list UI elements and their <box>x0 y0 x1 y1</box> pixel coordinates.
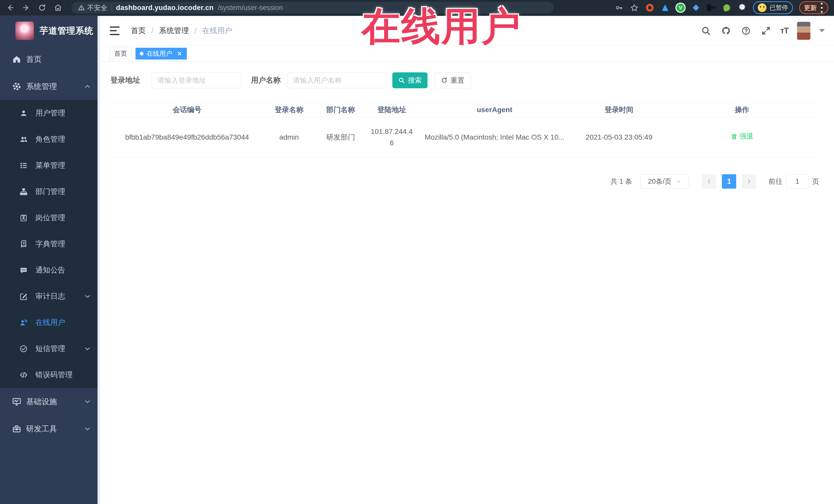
sidebar-item-menu-management[interactable]: 菜单管理 <box>0 152 100 179</box>
error-code-icon <box>19 370 28 379</box>
avatar[interactable] <box>797 22 810 40</box>
sidebar-toggle-icon[interactable] <box>110 26 120 35</box>
badge-icon <box>19 213 28 222</box>
sidebar-item-label: 研发工具 <box>26 424 57 434</box>
next-page-button[interactable] <box>742 174 756 189</box>
menu-list-icon <box>19 161 28 170</box>
reload-icon[interactable] <box>38 3 47 12</box>
tab-close-icon[interactable] <box>176 50 182 57</box>
sidebar-item-label: 通知公告 <box>36 265 65 275</box>
page-unit-label: 页 <box>812 177 819 186</box>
security-label: 不安全 <box>87 3 107 12</box>
key-icon[interactable] <box>614 3 623 12</box>
browser-update-button[interactable]: 更新 ••• <box>799 1 828 14</box>
extension-leaf-icon[interactable] <box>722 3 731 12</box>
sidebar-item-label: 在线用户 <box>36 317 65 328</box>
org-tree-icon <box>19 187 28 196</box>
page-number-1[interactable]: 1 <box>722 174 736 189</box>
sidebar-item-label: 字典管理 <box>36 239 65 249</box>
sidebar-item-label: 部门管理 <box>36 187 65 197</box>
sms-icon <box>19 344 28 353</box>
forward-icon[interactable] <box>22 3 31 12</box>
force-logout-button[interactable]: 强退 <box>731 131 753 142</box>
extensions-puzzle-icon[interactable] <box>738 3 747 12</box>
sidebar-item-post-management[interactable]: 岗位管理 <box>0 205 100 231</box>
sidebar-item-user-management[interactable]: 用户管理 <box>0 100 100 126</box>
sidebar-submenu-system: 用户管理 角色管理 菜单管理 部门管理 <box>0 100 100 388</box>
cell-user-agent: Mozilla/5.0 (Macintosh; Intel Mac OS X 1… <box>416 117 572 157</box>
extension-orange-icon[interactable] <box>645 3 654 12</box>
help-icon[interactable] <box>740 25 752 37</box>
extension-drop-icon[interactable] <box>660 3 670 12</box>
chevron-down-icon <box>676 179 681 184</box>
tab-online-users[interactable]: 在线用户 <box>135 48 187 60</box>
github-icon[interactable] <box>720 25 731 37</box>
search-button[interactable]: 搜索 <box>392 72 427 88</box>
profile-paused-badge[interactable]: 已暂停 <box>753 1 793 14</box>
page-size-select[interactable]: 20条/页 <box>640 174 689 189</box>
column-session-id: 会话编号 <box>110 103 264 117</box>
reset-button[interactable]: 重置 <box>435 72 470 88</box>
bookmark-star-icon[interactable] <box>630 3 639 12</box>
navbar-actions: ᴛT <box>700 22 825 40</box>
breadcrumb-separator: / <box>195 26 197 35</box>
session-table: 会话编号 登录名称 部门名称 登陆地址 userAgent 登录时间 操作 bf… <box>110 102 819 157</box>
sidebar-item-department-management[interactable]: 部门管理 <box>0 179 100 205</box>
sidebar-item-label: 菜单管理 <box>36 160 65 171</box>
security-warning-icon[interactable]: 不安全 <box>78 3 107 12</box>
column-login-address: 登陆地址 <box>367 103 416 117</box>
sidebar-item-system-management[interactable]: 系统管理 <box>0 73 100 100</box>
goto-page-input[interactable] <box>786 174 809 189</box>
profile-emoji-icon <box>758 3 767 12</box>
sidebar-item-label: 基础设施 <box>26 396 57 407</box>
gear-icon <box>11 81 22 92</box>
address-bar[interactable]: 不安全 dashboard.yudao.iocoder.cn/system/us… <box>71 2 554 14</box>
sidebar: 芋道管理系统 首页 系统管理 用户管理 <box>0 16 100 504</box>
prev-page-button[interactable] <box>702 174 716 189</box>
sidebar-item-online-users[interactable]: 在线用户 <box>0 309 100 336</box>
table-row: bfbb1ab79ba849e49fb26ddb56a73044 admin 研… <box>110 117 819 157</box>
sidebar-item-label: 角色管理 <box>36 134 65 145</box>
tab-active-dot <box>140 52 144 56</box>
home-icon <box>11 54 22 65</box>
font-size-icon[interactable]: ᴛT <box>781 26 788 36</box>
extension-check-icon[interactable]: V <box>676 3 685 12</box>
sidebar-scrollbar[interactable] <box>97 16 100 504</box>
column-login-name: 登录名称 <box>264 103 314 117</box>
sidebar-item-home[interactable]: 首页 <box>0 46 100 73</box>
avatar-caret-icon[interactable] <box>819 29 825 32</box>
login-address-input[interactable] <box>152 72 241 88</box>
back-icon[interactable] <box>6 3 15 12</box>
main-panel: 首页 / 系统管理 / 在线用户 ᴛT <box>100 16 834 504</box>
breadcrumb-home[interactable]: 首页 <box>131 26 146 36</box>
sidebar-item-sms-management[interactable]: 短信管理 <box>0 336 100 362</box>
sidebar-item-dev-tools[interactable]: 研发工具 <box>0 415 100 442</box>
sidebar-item-notice-announcement[interactable]: 通知公告 <box>0 257 100 283</box>
extension-translate-icon[interactable]: en <box>707 3 716 12</box>
infrastructure-icon <box>11 396 22 407</box>
sidebar-item-dictionary-management[interactable]: 字典管理 <box>0 231 100 257</box>
app-logo-row[interactable]: 芋道管理系统 <box>0 16 100 46</box>
search-icon[interactable] <box>700 25 711 37</box>
fullscreen-icon[interactable] <box>760 25 772 37</box>
browser-toolbar: 不安全 dashboard.yudao.iocoder.cn/system/us… <box>0 0 834 16</box>
app-logo <box>15 22 34 40</box>
breadcrumb-system-management[interactable]: 系统管理 <box>159 26 189 36</box>
tab-home[interactable]: 首页 <box>109 48 132 60</box>
chevron-down-icon <box>84 345 91 352</box>
users-icon <box>19 135 28 144</box>
sidebar-item-error-code-management[interactable]: 错误码管理 <box>0 362 100 388</box>
sidebar-item-infrastructure[interactable]: 基础设施 <box>0 388 100 415</box>
browser-menu-icon[interactable]: ••• <box>820 2 824 14</box>
sidebar-item-audit-log[interactable]: 审计日志 <box>0 283 100 309</box>
sidebar-item-role-management[interactable]: 角色管理 <box>0 126 100 152</box>
browser-home-icon[interactable] <box>53 3 63 12</box>
username-input[interactable] <box>287 72 387 88</box>
cell-login-time: 2021-05-03 23:05:49 <box>572 117 665 157</box>
extension-diamond-icon[interactable] <box>691 3 701 12</box>
dictionary-icon <box>19 239 28 249</box>
sidebar-item-label: 系统管理 <box>26 81 57 92</box>
url-path: /system/user-session <box>218 4 283 12</box>
tab-label: 首页 <box>114 49 127 58</box>
sidebar-item-label: 首页 <box>26 54 42 65</box>
